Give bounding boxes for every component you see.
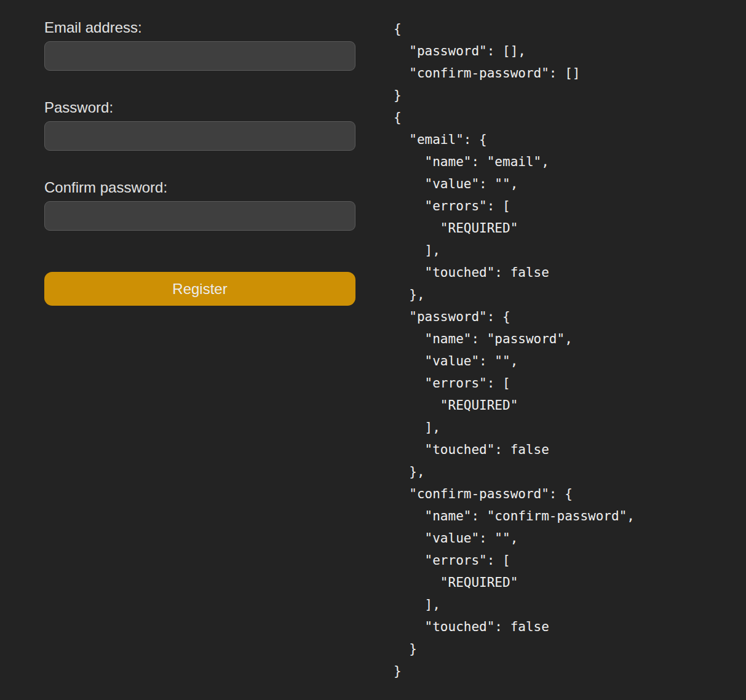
- password-field-group: Password:: [44, 99, 355, 151]
- debug-errors-json: { "password": [], "confirm-password": []…: [394, 18, 635, 106]
- confirm-password-label: Confirm password:: [44, 179, 355, 196]
- register-button[interactable]: Register: [44, 272, 355, 306]
- app-root: Email address: Password: Confirm passwor…: [0, 0, 746, 700]
- password-label: Password:: [44, 99, 355, 116]
- debug-form-state-json: { "email": { "name": "email", "value": "…: [394, 106, 635, 682]
- confirm-password-input[interactable]: [44, 201, 355, 231]
- email-field-group: Email address:: [44, 19, 355, 71]
- confirm-password-field-group: Confirm password:: [44, 179, 355, 231]
- email-input[interactable]: [44, 41, 355, 71]
- registration-form: Email address: Password: Confirm passwor…: [44, 19, 355, 306]
- email-label: Email address:: [44, 19, 355, 36]
- password-input[interactable]: [44, 121, 355, 151]
- debug-panel: { "password": [], "confirm-password": []…: [394, 18, 635, 682]
